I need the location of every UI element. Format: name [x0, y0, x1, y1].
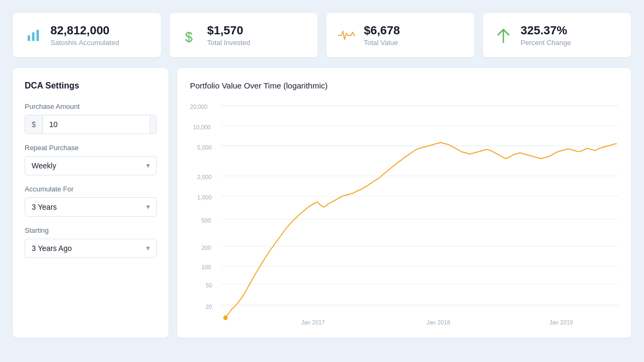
stat-content-value: $6,678 Total Value	[364, 24, 400, 47]
stat-card-value: $6,678 Total Value	[326, 13, 474, 57]
y-label-20: 20	[206, 304, 212, 311]
y-label-5000: 5,000	[197, 144, 212, 151]
x-label-jan2019: Jan 2019	[550, 319, 573, 326]
starting-select-wrapper: 1 Year Ago 2 Years Ago 3 Years Ago 4 Yea…	[25, 239, 157, 258]
value-label: Total Value	[364, 39, 400, 47]
y-label-1000: 1,000	[197, 194, 212, 201]
settings-panel: DCA Settings Purchase Amount $ .00 Repea…	[13, 68, 169, 338]
stat-card-satoshis: 82,812,000 Satoshis Accumulated	[13, 13, 161, 57]
accumulate-label: Accumulate For	[25, 185, 157, 193]
svg-rect-2	[36, 29, 39, 41]
repeat-purchase-group: Repeat Purchase Daily Weekly Monthly ▼	[25, 144, 157, 175]
y-label-200: 200	[201, 245, 211, 252]
satoshis-label: Satoshis Accumulated	[50, 39, 119, 47]
stat-card-invested: $ $1,570 Total Invested	[170, 13, 318, 57]
repeat-purchase-label: Repeat Purchase	[25, 144, 157, 152]
purchase-amount-group: Purchase Amount $ .00	[25, 102, 157, 134]
arrow-up-icon	[494, 26, 513, 45]
chart-start-dot	[223, 316, 228, 321]
y-label-20000: 20,000	[190, 104, 208, 110]
y-label-10000: 10,000	[193, 124, 211, 131]
y-label-2000: 2,000	[197, 174, 212, 181]
starting-label: Starting	[25, 226, 157, 234]
chart-svg: 20,000 10,000 5,000 2,000 1,000 500 200 …	[190, 99, 618, 329]
total-value: $6,678	[364, 24, 400, 38]
repeat-select[interactable]: Daily Weekly Monthly	[25, 156, 157, 175]
chart-title: Portfolio Value Over Time (logarithmic)	[190, 81, 618, 90]
percent-change-value: 325.37%	[521, 24, 571, 38]
x-label-jan2018: Jan 2018	[427, 319, 450, 326]
stats-row: 82,812,000 Satoshis Accumulated $ $1,570…	[13, 13, 631, 57]
cents-suffix: .00	[150, 115, 157, 134]
portfolio-line	[225, 143, 616, 318]
x-label-jan2017: Jan 2017	[301, 319, 325, 326]
dollar-prefix: $	[25, 115, 43, 134]
starting-select[interactable]: 1 Year Ago 2 Years Ago 3 Years Ago 4 Yea…	[25, 239, 157, 258]
svg-text:$: $	[185, 29, 193, 42]
accumulate-group: Accumulate For 1 Year 2 Years 3 Years 4 …	[25, 185, 157, 217]
svg-rect-1	[32, 32, 35, 41]
settings-title: DCA Settings	[25, 81, 157, 91]
y-label-100: 100	[201, 264, 211, 271]
invested-value: $1,570	[207, 24, 250, 38]
purchase-amount-label: Purchase Amount	[25, 102, 157, 110]
starting-group: Starting 1 Year Ago 2 Years Ago 3 Years …	[25, 226, 157, 258]
stat-content-change: 325.37% Percent Change	[521, 24, 571, 47]
purchase-amount-input[interactable]	[43, 115, 150, 134]
stat-content-invested: $1,570 Total Invested	[207, 24, 250, 47]
stat-card-change: 325.37% Percent Change	[483, 13, 631, 57]
y-label-50: 50	[206, 282, 212, 289]
pulse-icon	[337, 26, 356, 45]
satoshis-value: 82,812,000	[50, 24, 119, 38]
stat-content-satoshis: 82,812,000 Satoshis Accumulated	[50, 24, 119, 47]
y-label-500: 500	[201, 217, 211, 224]
svg-rect-0	[28, 35, 31, 41]
change-label: Percent Change	[521, 39, 571, 47]
chart-panel: Portfolio Value Over Time (logarithmic) …	[177, 68, 631, 338]
purchase-amount-input-row: $ .00	[25, 115, 157, 134]
chart-area: 20,000 10,000 5,000 2,000 1,000 500 200 …	[190, 99, 618, 329]
main-row: DCA Settings Purchase Amount $ .00 Repea…	[13, 68, 631, 338]
bar-chart-icon	[24, 26, 43, 45]
repeat-select-wrapper: Daily Weekly Monthly ▼	[25, 156, 157, 175]
accumulate-select-wrapper: 1 Year 2 Years 3 Years 4 Years 5 Years ▼	[25, 197, 157, 217]
invested-label: Total Invested	[207, 39, 250, 47]
accumulate-select[interactable]: 1 Year 2 Years 3 Years 4 Years 5 Years	[25, 197, 157, 217]
dollar-icon: $	[180, 26, 200, 45]
